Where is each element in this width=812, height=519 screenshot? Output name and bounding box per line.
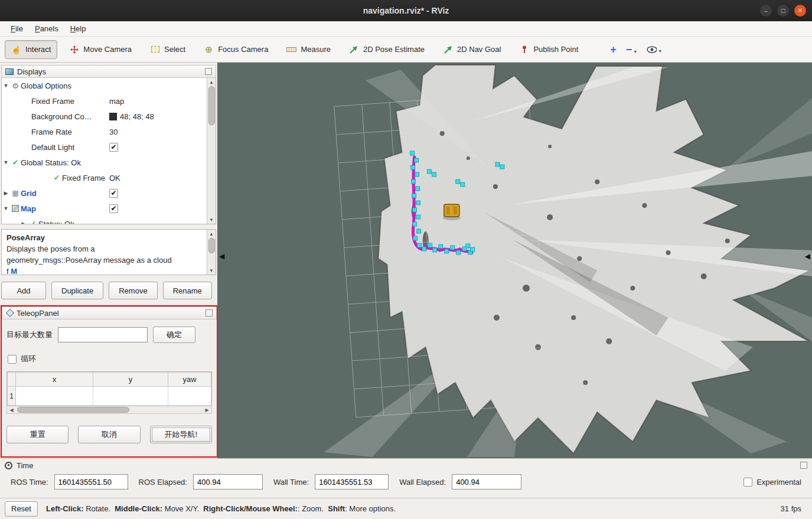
- minus-icon: −: [626, 44, 632, 55]
- tree-row-map[interactable]: Map: [2, 201, 216, 216]
- ros-time-input[interactable]: [54, 474, 128, 489]
- teleop-panel-header[interactable]: TeleopPanel: [2, 306, 217, 319]
- expander-icon[interactable]: [19, 221, 28, 224]
- column-header-yaw[interactable]: yaw: [168, 373, 211, 387]
- max-goals-input[interactable]: [58, 327, 148, 342]
- mouse-help-text: Left-Click: Rotate. Middle-Click: Move X…: [46, 504, 396, 513]
- minimize-button[interactable]: [760, 5, 772, 17]
- 3d-viewport[interactable]: [217, 63, 812, 458]
- remove-tool-button[interactable]: −▼: [626, 44, 637, 55]
- close-button[interactable]: [794, 5, 806, 17]
- experimental-label: Experimental: [756, 478, 801, 487]
- description-scrollbar[interactable]: [207, 230, 216, 275]
- color-swatch: [109, 113, 117, 120]
- frame-rate-value[interactable]: 30: [109, 124, 118, 139]
- tool-move-camera[interactable]: Move Camera: [63, 40, 138, 59]
- grid-enabled-checkbox[interactable]: [109, 189, 118, 198]
- panel-collapse-right-button[interactable]: [805, 253, 810, 260]
- cell-y[interactable]: [93, 387, 168, 406]
- wall-time-input[interactable]: [315, 474, 389, 489]
- background-color-value[interactable]: 48; 48; 48: [109, 109, 154, 124]
- tool-focus-camera[interactable]: ⊕ Focus Camera: [197, 40, 275, 59]
- panel-undock-button[interactable]: [206, 309, 213, 316]
- start-navigation-button[interactable]: 开始导航!: [150, 426, 212, 443]
- cancel-button[interactable]: 取消: [78, 426, 140, 443]
- tree-scrollbar[interactable]: [207, 78, 216, 224]
- scrollbar-thumb[interactable]: [208, 86, 215, 125]
- fixed-frame-value[interactable]: map: [109, 93, 124, 109]
- rename-button[interactable]: Rename: [163, 282, 212, 299]
- tool-measure[interactable]: Measure: [280, 40, 337, 59]
- table-hscrollbar[interactable]: [6, 406, 212, 414]
- titlebar[interactable]: navigation.rviz* - RViz: [0, 0, 812, 21]
- displays-icon: [5, 68, 14, 75]
- displays-tree: Global Options Fixed Frame map Backgroun…: [1, 78, 216, 224]
- menu-help[interactable]: Help: [64, 22, 92, 35]
- tool-interact[interactable]: ☝ Interact: [5, 40, 57, 59]
- experimental-checkbox[interactable]: [743, 478, 752, 487]
- tree-row-default-light[interactable]: Default Light: [2, 139, 216, 155]
- clock-icon: [5, 462, 12, 469]
- visibility-button[interactable]: ▼: [647, 45, 662, 54]
- default-light-checkbox[interactable]: [109, 143, 118, 152]
- point-pin-icon: [519, 45, 529, 54]
- tool-select[interactable]: Select: [144, 40, 192, 59]
- time-panel-title: Time: [17, 461, 33, 470]
- more-info-link[interactable]: M: [11, 267, 17, 275]
- maximize-button[interactable]: [777, 5, 789, 17]
- confirm-button[interactable]: 确定: [153, 327, 195, 343]
- panel-undock-button[interactable]: [205, 68, 212, 75]
- scroll-down-icon[interactable]: [207, 216, 216, 224]
- scroll-left-icon[interactable]: [7, 406, 16, 414]
- map-render: [217, 63, 812, 458]
- tool-publish-point[interactable]: Publish Point: [513, 40, 585, 59]
- tree-row-status-fixed-frame[interactable]: Fixed Frame OK: [2, 170, 216, 185]
- status-ok-icon: [51, 174, 62, 182]
- chevron-down-icon: ▼: [658, 49, 662, 54]
- tree-row-background-color[interactable]: Background Co… 48; 48; 48: [2, 109, 216, 124]
- tree-row-global-status[interactable]: Global Status: Ok: [2, 155, 216, 170]
- tree-row-global-options[interactable]: Global Options: [2, 78, 216, 93]
- menu-panels[interactable]: Panels: [29, 22, 64, 35]
- add-button[interactable]: Add: [1, 282, 46, 299]
- scrollbar-thumb[interactable]: [17, 407, 129, 413]
- expander-icon[interactable]: [2, 83, 10, 89]
- tree-row-grid[interactable]: Grid: [2, 185, 216, 201]
- ros-elapsed-input[interactable]: [193, 474, 263, 489]
- map-enabled-checkbox[interactable]: [109, 204, 118, 213]
- scroll-down-icon[interactable]: [207, 266, 216, 275]
- table-row: 1: [8, 387, 211, 406]
- tool-2d-nav-goal[interactable]: 2D Nav Goal: [436, 40, 507, 59]
- column-header-x[interactable]: x: [16, 373, 93, 387]
- status-ok-icon: [10, 158, 21, 167]
- loop-checkbox[interactable]: [8, 355, 17, 364]
- scroll-right-icon[interactable]: [203, 406, 211, 414]
- cell-x[interactable]: [16, 387, 93, 406]
- scroll-up-icon[interactable]: [207, 230, 216, 238]
- column-header-y[interactable]: y: [93, 373, 168, 387]
- reset-button[interactable]: Reset: [5, 501, 38, 517]
- reset-goals-button[interactable]: 重置: [6, 426, 69, 443]
- add-tool-button[interactable]: +: [610, 44, 617, 55]
- expander-icon[interactable]: [2, 205, 10, 211]
- expander-icon[interactable]: [2, 190, 10, 196]
- panel-undock-button[interactable]: [800, 462, 807, 469]
- cell-yaw[interactable]: [168, 387, 211, 406]
- description-panel: PoseArray Displays the poses from a geom…: [1, 229, 216, 275]
- tree-row-map-status[interactable]: Status: Ok: [2, 216, 216, 224]
- green-arrow-icon: [349, 45, 359, 54]
- remove-button[interactable]: Remove: [109, 282, 157, 299]
- expander-icon[interactable]: [2, 159, 10, 165]
- duplicate-button[interactable]: Duplicate: [51, 282, 103, 299]
- scrollbar-thumb[interactable]: [208, 238, 215, 253]
- tool-2d-pose-estimate[interactable]: 2D Pose Estimate: [343, 40, 431, 59]
- panel-collapse-left-button[interactable]: [219, 253, 224, 260]
- displays-panel-header[interactable]: Displays: [1, 65, 216, 78]
- tree-row-frame-rate[interactable]: Frame Rate 30: [2, 124, 216, 139]
- wall-elapsed-input[interactable]: [452, 474, 521, 489]
- window-title: navigation.rviz* - RViz: [363, 6, 449, 15]
- crosshair-icon: ⊕: [204, 45, 214, 54]
- tree-row-fixed-frame[interactable]: Fixed Frame map: [2, 93, 216, 109]
- menu-file[interactable]: File: [5, 22, 29, 35]
- scroll-up-icon[interactable]: [207, 78, 216, 86]
